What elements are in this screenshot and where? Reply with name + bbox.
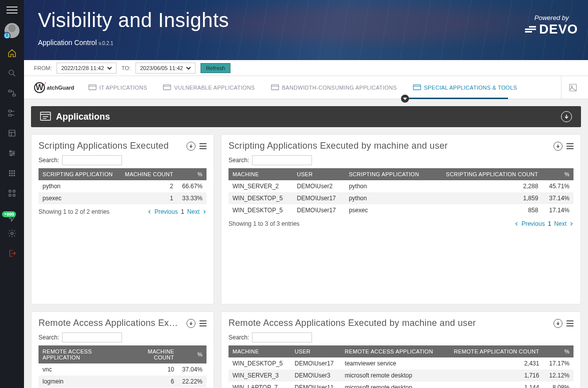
search-input[interactable] <box>252 155 312 165</box>
lock-icon <box>4 32 10 39</box>
chevron-right-icon <box>202 210 206 214</box>
table-row: psexec133.33% <box>38 192 206 204</box>
hamburger-menu[interactable] <box>0 0 24 20</box>
table-row: WIN_DESKTOP_5DEMO\User17python1,85937.14… <box>228 192 574 204</box>
panel-title: Scripting Applications Executed by machi… <box>228 141 550 151</box>
svg-rect-2 <box>13 94 16 96</box>
svg-rect-23 <box>88 85 96 90</box>
table-row: WIN_SERVER_3DEMO\User3microsoft remote d… <box>228 369 574 381</box>
svg-point-0 <box>9 70 14 75</box>
grid2-icon[interactable] <box>0 183 24 203</box>
svg-rect-5 <box>9 130 15 136</box>
svg-point-11 <box>14 171 15 172</box>
svg-rect-18 <box>9 190 11 192</box>
notification-badge: +999 <box>2 211 16 217</box>
from-label: FROM: <box>34 65 52 71</box>
version-label: v.0.2.1 <box>98 41 113 46</box>
svg-rect-29 <box>40 112 50 120</box>
panels-icon[interactable] <box>0 123 24 143</box>
chevron-left-icon <box>514 222 518 226</box>
panel-scripting-apps: Scripting Applications Executed Search: … <box>31 134 214 304</box>
svg-rect-4 <box>8 114 11 116</box>
sliders-icon[interactable] <box>0 143 24 163</box>
user-avatar[interactable] <box>4 23 20 38</box>
table-row: vnc1037.04% <box>38 363 206 375</box>
scripting-by-mu-table: MACHINE USER SCRIPTING APPLICATION SCRIP… <box>228 168 574 216</box>
svg-rect-25 <box>271 85 278 90</box>
download-icon[interactable] <box>561 111 572 122</box>
panel-remote-by-machine-user: Remote Access Applications Executed by m… <box>221 311 581 388</box>
panel-title: Remote Access Applications Exec… <box>38 318 182 328</box>
logout-icon[interactable] <box>0 243 24 263</box>
left-sidebar: +999 <box>0 0 24 388</box>
powered-by: Powered by DEVO <box>525 14 578 37</box>
table-row: WIN_LAPTOP_7DEMO\User11microsoft remote … <box>228 381 574 388</box>
chevron-right-icon <box>570 222 574 226</box>
menu-icon[interactable] <box>566 143 574 149</box>
search-input[interactable] <box>62 155 122 165</box>
table-info: Showing 1 to 3 of 3 entries <box>228 220 514 227</box>
svg-rect-3 <box>8 110 11 112</box>
search-input[interactable] <box>252 332 312 342</box>
bolt-icon[interactable]: +999 <box>0 203 24 223</box>
search-input[interactable] <box>62 332 122 342</box>
svg-point-28 <box>571 86 572 87</box>
tab-special-applications[interactable]: SPECIAL APPLICATIONS & TOOLS <box>405 76 526 99</box>
table-row: WIN_DESKTOP_5DEMO\User17psexec85817.14% <box>228 204 574 216</box>
table-row: logmein622.22% <box>38 375 206 387</box>
remote-by-mu-table: MACHINE USER REMOTE ACCESS APPLICATION R… <box>228 345 574 388</box>
download-icon[interactable] <box>186 319 196 328</box>
grid-icon[interactable] <box>0 163 24 183</box>
menu-icon[interactable] <box>566 320 574 326</box>
panel-remote-apps: Remote Access Applications Exec… Search:… <box>31 311 214 388</box>
download-icon[interactable] <box>186 142 196 151</box>
gear-icon[interactable] <box>0 223 24 243</box>
prev-link[interactable]: Previous <box>522 220 545 227</box>
panel-scripting-by-machine-user: Scripting Applications Executed by machi… <box>221 134 581 304</box>
tab-knob-icon[interactable] <box>401 95 409 103</box>
from-date-picker[interactable]: 2022/12/28 11:42 <box>56 63 116 74</box>
flow-icon[interactable] <box>0 83 24 103</box>
next-link[interactable]: Next <box>554 220 566 227</box>
svg-point-15 <box>10 175 10 176</box>
table-row: WIN_SERVER_2DEMO\User2python2,28845.71% <box>228 180 574 192</box>
devo-icon <box>525 25 536 34</box>
page-subtitle: Application Control <box>38 39 97 47</box>
table-row: WIN_DESKTOP_5DEMO\User17teamviewer servi… <box>228 357 574 369</box>
image-icon[interactable] <box>561 76 584 99</box>
next-link[interactable]: Next <box>187 208 200 215</box>
home-icon[interactable] <box>0 43 24 63</box>
tab-it-applications[interactable]: IT APPLICATIONS <box>80 76 156 99</box>
svg-point-12 <box>10 173 10 174</box>
scripting-apps-table: SCRIPTING APPLICATION MACHINE COUNT % py… <box>38 168 206 204</box>
menu-icon[interactable] <box>200 143 206 149</box>
page-number: 1 <box>181 208 184 215</box>
chevron-down-icon <box>107 66 112 71</box>
chevron-down-icon <box>186 66 191 71</box>
refresh-button[interactable]: Refresh <box>200 63 231 73</box>
svg-rect-19 <box>13 190 15 192</box>
download-icon[interactable] <box>554 319 562 328</box>
tab-bandwidth-applications[interactable]: BANDWIDTH-CONSUMING APPLICATIONS <box>263 76 405 99</box>
flow2-icon[interactable] <box>0 103 24 123</box>
svg-point-17 <box>14 175 15 176</box>
section-title: Applications <box>56 112 561 122</box>
section-header: Applications <box>31 106 581 127</box>
tab-vulnerable-applications[interactable]: VULNERABLE APPLICATIONS <box>155 76 262 99</box>
to-date-picker[interactable]: 2023/06/05 11:42 <box>136 63 196 74</box>
svg-point-14 <box>14 173 15 174</box>
search-icon[interactable] <box>0 63 24 83</box>
to-label: TO: <box>122 65 130 71</box>
svg-rect-26 <box>413 85 420 90</box>
page-title: Visibility and Insights <box>38 9 574 32</box>
prev-link[interactable]: Previous <box>154 208 178 215</box>
watchguard-logo: W⁄atchGuard <box>28 82 80 93</box>
svg-point-13 <box>12 173 12 174</box>
menu-icon[interactable] <box>200 320 206 326</box>
svg-point-22 <box>11 232 14 235</box>
table-info: Showing 1 to 2 of 2 entries <box>38 208 148 215</box>
download-icon[interactable] <box>554 142 562 151</box>
applications-icon <box>40 112 51 122</box>
date-range-bar: FROM: 2022/12/28 11:42 TO: 2023/06/05 11… <box>24 60 588 76</box>
panel-title: Scripting Applications Executed <box>38 141 182 151</box>
